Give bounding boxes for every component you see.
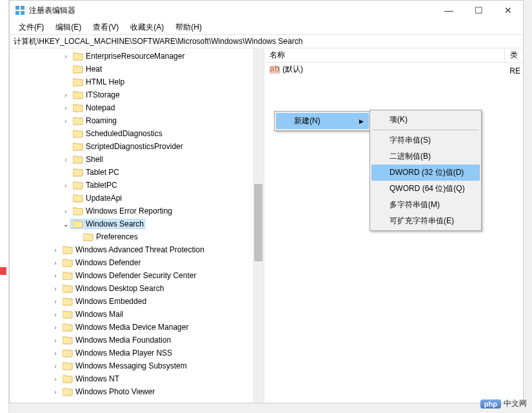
menu-favorites[interactable]: 收藏夹(A) [125,21,169,34]
chevron-right-icon[interactable]: › [51,298,60,305]
tree-node-tablet-pc[interactable]: Tablet PC [10,166,264,179]
tree-node-label: ScheduledDiagnostics [86,129,163,138]
tree-label-wrap: Notepad [70,103,116,112]
tree-node-label: EnterpriseResourceManager [86,52,184,61]
svg-rect-1 [21,6,25,10]
background-window-strip [0,0,9,413]
tree-node-scripteddiagnosticsprovider[interactable]: ScriptedDiagnosticsProvider [10,140,264,153]
column-name[interactable]: 名称 [264,48,505,62]
tree-node-windows-error-reporting[interactable]: ›Windows Error Reporting [10,205,264,217]
chevron-right-icon[interactable]: › [61,182,70,189]
tree-node-preferences[interactable]: Preferences [10,230,264,243]
tree-node-label: Windows Search [86,219,144,228]
tree-node-windows-defender[interactable]: ›Windows Defender [10,256,264,269]
tree-node-windows-media-player-nss[interactable]: ›Windows Media Player NSS [10,347,264,359]
chevron-right-icon[interactable]: › [61,53,70,60]
tree-node-windows-media-foundation[interactable]: ›Windows Media Foundation [10,334,264,347]
tree-node-windows-defender-security-center[interactable]: ›Windows Defender Security Center [10,269,264,282]
context-item-new[interactable]: 新建(N) ▶ [276,113,369,129]
chevron-right-icon[interactable]: › [51,324,60,331]
column-type[interactable]: 类 [505,48,523,62]
chevron-right-icon[interactable]: › [51,376,60,383]
tree-node-windows-desktop-search[interactable]: ›Windows Desktop Search [10,282,264,295]
context-item-key[interactable]: 项(K) [371,112,480,128]
menu-view[interactable]: 查看(V) [88,21,124,34]
tree-label-wrap: Shell [70,155,104,164]
tree-node-label: Shell [86,155,103,164]
tree-node-windows-photo-viewer[interactable]: ›Windows Photo Viewer [10,385,264,398]
chevron-right-icon[interactable]: › [51,259,60,267]
address-bar[interactable]: 计算机\HKEY_LOCAL_MACHINE\SOFTWARE\Microsof… [10,34,523,48]
tree-node-scheduleddiagnostics[interactable]: ScheduledDiagnostics [10,127,264,140]
context-item-label: 项(K) [389,115,408,124]
folder-icon [73,168,83,177]
folder-icon [73,219,83,228]
context-item-qword[interactable]: QWORD (64 位)值(Q) [371,181,480,197]
chevron-right-icon[interactable]: › [61,105,70,112]
chevron-right-icon[interactable]: › [61,156,70,163]
context-item-multistring[interactable]: 多字符串值(M) [371,197,480,213]
tree-node-itstorage[interactable]: ›ITStorage [10,88,264,101]
chevron-right-icon[interactable]: › [61,117,70,125]
tree-pane[interactable]: ›EnterpriseResourceManagerHeatHTML Help›… [10,48,264,403]
context-item-dword[interactable]: DWORD (32 位)值(D) [371,165,480,181]
folder-icon [83,232,94,241]
context-item-expandstring[interactable]: 可扩充字符串值(E) [371,213,480,229]
context-item-string[interactable]: 字符串值(S) [371,132,480,148]
folder-icon [73,65,83,74]
tree-label-wrap: ITStorage [70,90,121,99]
chevron-right-icon[interactable]: › [51,247,60,254]
chevron-right-icon[interactable]: › [51,363,60,370]
tree-node-shell[interactable]: ›Shell [10,153,264,166]
tree-node-label: Windows Error Reporting [86,206,172,216]
minimize-button[interactable]: — [434,1,464,20]
tree-node-notepad[interactable]: ›Notepad [10,101,264,114]
menu-edit[interactable]: 编辑(E) [50,21,86,34]
folder-icon [73,129,83,138]
tree-scrollbar[interactable] [253,48,264,403]
tree-node-windows-advanced-threat-protection[interactable]: ›Windows Advanced Threat Protection [10,243,264,256]
close-button[interactable]: ✕ [493,1,523,20]
tree-node-label: ScriptedDiagnosticsProvider [86,142,183,151]
chevron-right-icon[interactable]: › [51,337,60,344]
tree-label-wrap: Heat [70,65,103,74]
chevron-right-icon[interactable]: › [51,388,60,396]
chevron-down-icon[interactable]: ⌄ [61,221,70,228]
tree-scrollbar-thumb[interactable] [254,184,262,261]
tree-node-label: Windows Photo Viewer [75,387,155,396]
watermark-badge: php [480,399,501,408]
tree-node-windows-nt[interactable]: ›Windows NT [10,372,264,385]
maximize-button[interactable]: ☐ [464,1,493,20]
string-value-icon: ab [270,65,280,75]
folder-icon [63,297,73,306]
tree-node-roaming[interactable]: ›Roaming [10,114,264,127]
tree-node-enterpriseresourcemanager[interactable]: ›EnterpriseResourceManager [10,50,264,63]
menu-help[interactable]: 帮助(H) [170,21,207,34]
tree-node-windows-media-device-manager[interactable]: ›Windows Media Device Manager [10,321,264,334]
tree-node-label: Heat [86,65,102,74]
menubar: 文件(F) 编辑(E) 查看(V) 收藏夹(A) 帮助(H) [10,20,523,34]
tree-label-wrap: Windows Advanced Threat Protection [60,245,206,254]
tree-node-updateapi[interactable]: UpdateApi [10,192,264,205]
list-value-name: (默认) [282,64,303,75]
tree-node-windows-search[interactable]: ⌄Windows Search [10,217,264,230]
tree-node-windows-mail[interactable]: ›Windows Mail [10,308,264,321]
chevron-right-icon[interactable]: › [61,208,70,215]
tree-label-wrap: Windows Search [70,219,145,229]
chevron-right-icon[interactable]: › [51,350,60,357]
menu-file[interactable]: 文件(F) [14,21,49,34]
tree-node-tabletpc[interactable]: ›TabletPC [10,179,264,192]
context-item-binary[interactable]: 二进制值(B) [371,148,480,165]
tree-node-windows-messaging-subsystem[interactable]: ›Windows Messaging Subsystem [10,359,264,372]
tree-node-html-help[interactable]: HTML Help [10,76,264,88]
tree-node-heat[interactable]: Heat [10,63,264,76]
tree-node-windows-embedded[interactable]: ›Windows Embedded [10,295,264,308]
chevron-right-icon[interactable]: › [61,92,70,99]
folder-icon [63,323,73,332]
chevron-right-icon[interactable]: › [51,272,60,279]
tree-label-wrap: Windows Media Foundation [60,336,172,345]
chevron-right-icon[interactable]: › [51,285,60,292]
chevron-right-icon[interactable]: › [51,311,60,318]
list-row-default[interactable]: ab (默认) [264,63,523,76]
tree-label-wrap: Windows Desktop Search [60,284,165,293]
